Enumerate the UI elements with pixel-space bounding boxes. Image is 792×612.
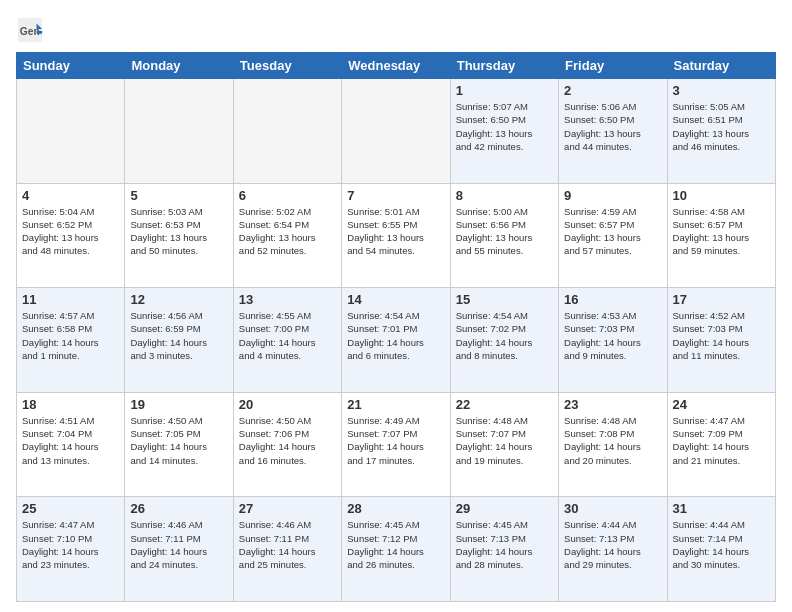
day-info: Sunrise: 4:54 AM Sunset: 7:02 PM Dayligh… bbox=[456, 309, 553, 362]
day-info: Sunrise: 4:59 AM Sunset: 6:57 PM Dayligh… bbox=[564, 205, 661, 258]
day-info: Sunrise: 4:47 AM Sunset: 7:09 PM Dayligh… bbox=[673, 414, 770, 467]
day-cell bbox=[342, 79, 450, 184]
day-cell: 4Sunrise: 5:04 AM Sunset: 6:52 PM Daylig… bbox=[17, 183, 125, 288]
day-number: 9 bbox=[564, 188, 661, 203]
day-cell: 1Sunrise: 5:07 AM Sunset: 6:50 PM Daylig… bbox=[450, 79, 558, 184]
day-cell: 20Sunrise: 4:50 AM Sunset: 7:06 PM Dayli… bbox=[233, 392, 341, 497]
day-info: Sunrise: 4:56 AM Sunset: 6:59 PM Dayligh… bbox=[130, 309, 227, 362]
weekday-tuesday: Tuesday bbox=[233, 53, 341, 79]
day-cell: 30Sunrise: 4:44 AM Sunset: 7:13 PM Dayli… bbox=[559, 497, 667, 602]
day-cell: 22Sunrise: 4:48 AM Sunset: 7:07 PM Dayli… bbox=[450, 392, 558, 497]
day-info: Sunrise: 5:05 AM Sunset: 6:51 PM Dayligh… bbox=[673, 100, 770, 153]
svg-rect-3 bbox=[37, 31, 43, 34]
week-row-2: 4Sunrise: 5:04 AM Sunset: 6:52 PM Daylig… bbox=[17, 183, 776, 288]
day-info: Sunrise: 4:46 AM Sunset: 7:11 PM Dayligh… bbox=[239, 518, 336, 571]
day-number: 19 bbox=[130, 397, 227, 412]
day-number: 31 bbox=[673, 501, 770, 516]
day-info: Sunrise: 5:03 AM Sunset: 6:53 PM Dayligh… bbox=[130, 205, 227, 258]
day-cell: 8Sunrise: 5:00 AM Sunset: 6:56 PM Daylig… bbox=[450, 183, 558, 288]
weekday-saturday: Saturday bbox=[667, 53, 775, 79]
header: Gen bbox=[16, 16, 776, 44]
day-number: 14 bbox=[347, 292, 444, 307]
day-number: 21 bbox=[347, 397, 444, 412]
day-info: Sunrise: 5:02 AM Sunset: 6:54 PM Dayligh… bbox=[239, 205, 336, 258]
day-number: 10 bbox=[673, 188, 770, 203]
day-cell: 7Sunrise: 5:01 AM Sunset: 6:55 PM Daylig… bbox=[342, 183, 450, 288]
week-row-5: 25Sunrise: 4:47 AM Sunset: 7:10 PM Dayli… bbox=[17, 497, 776, 602]
day-cell bbox=[233, 79, 341, 184]
day-number: 17 bbox=[673, 292, 770, 307]
day-info: Sunrise: 4:48 AM Sunset: 7:08 PM Dayligh… bbox=[564, 414, 661, 467]
day-cell: 24Sunrise: 4:47 AM Sunset: 7:09 PM Dayli… bbox=[667, 392, 775, 497]
day-info: Sunrise: 4:50 AM Sunset: 7:06 PM Dayligh… bbox=[239, 414, 336, 467]
day-cell: 15Sunrise: 4:54 AM Sunset: 7:02 PM Dayli… bbox=[450, 288, 558, 393]
day-info: Sunrise: 4:55 AM Sunset: 7:00 PM Dayligh… bbox=[239, 309, 336, 362]
day-info: Sunrise: 4:50 AM Sunset: 7:05 PM Dayligh… bbox=[130, 414, 227, 467]
day-number: 16 bbox=[564, 292, 661, 307]
day-number: 3 bbox=[673, 83, 770, 98]
day-cell: 14Sunrise: 4:54 AM Sunset: 7:01 PM Dayli… bbox=[342, 288, 450, 393]
day-info: Sunrise: 4:44 AM Sunset: 7:13 PM Dayligh… bbox=[564, 518, 661, 571]
day-number: 6 bbox=[239, 188, 336, 203]
page: Gen SundayMondayTuesdayWednesdayThursday… bbox=[0, 0, 792, 612]
day-number: 27 bbox=[239, 501, 336, 516]
day-number: 20 bbox=[239, 397, 336, 412]
day-cell: 2Sunrise: 5:06 AM Sunset: 6:50 PM Daylig… bbox=[559, 79, 667, 184]
day-info: Sunrise: 4:49 AM Sunset: 7:07 PM Dayligh… bbox=[347, 414, 444, 467]
day-info: Sunrise: 5:06 AM Sunset: 6:50 PM Dayligh… bbox=[564, 100, 661, 153]
day-cell: 19Sunrise: 4:50 AM Sunset: 7:05 PM Dayli… bbox=[125, 392, 233, 497]
day-number: 2 bbox=[564, 83, 661, 98]
day-cell: 10Sunrise: 4:58 AM Sunset: 6:57 PM Dayli… bbox=[667, 183, 775, 288]
day-info: Sunrise: 4:53 AM Sunset: 7:03 PM Dayligh… bbox=[564, 309, 661, 362]
weekday-friday: Friday bbox=[559, 53, 667, 79]
day-cell: 3Sunrise: 5:05 AM Sunset: 6:51 PM Daylig… bbox=[667, 79, 775, 184]
day-info: Sunrise: 4:57 AM Sunset: 6:58 PM Dayligh… bbox=[22, 309, 119, 362]
day-info: Sunrise: 4:44 AM Sunset: 7:14 PM Dayligh… bbox=[673, 518, 770, 571]
day-info: Sunrise: 4:45 AM Sunset: 7:12 PM Dayligh… bbox=[347, 518, 444, 571]
day-info: Sunrise: 4:52 AM Sunset: 7:03 PM Dayligh… bbox=[673, 309, 770, 362]
day-info: Sunrise: 4:48 AM Sunset: 7:07 PM Dayligh… bbox=[456, 414, 553, 467]
weekday-monday: Monday bbox=[125, 53, 233, 79]
day-cell: 5Sunrise: 5:03 AM Sunset: 6:53 PM Daylig… bbox=[125, 183, 233, 288]
day-cell: 25Sunrise: 4:47 AM Sunset: 7:10 PM Dayli… bbox=[17, 497, 125, 602]
day-info: Sunrise: 4:45 AM Sunset: 7:13 PM Dayligh… bbox=[456, 518, 553, 571]
weekday-thursday: Thursday bbox=[450, 53, 558, 79]
calendar: SundayMondayTuesdayWednesdayThursdayFrid… bbox=[16, 52, 776, 602]
day-cell: 11Sunrise: 4:57 AM Sunset: 6:58 PM Dayli… bbox=[17, 288, 125, 393]
day-number: 5 bbox=[130, 188, 227, 203]
day-info: Sunrise: 5:01 AM Sunset: 6:55 PM Dayligh… bbox=[347, 205, 444, 258]
week-row-1: 1Sunrise: 5:07 AM Sunset: 6:50 PM Daylig… bbox=[17, 79, 776, 184]
day-number: 1 bbox=[456, 83, 553, 98]
week-row-3: 11Sunrise: 4:57 AM Sunset: 6:58 PM Dayli… bbox=[17, 288, 776, 393]
day-cell: 18Sunrise: 4:51 AM Sunset: 7:04 PM Dayli… bbox=[17, 392, 125, 497]
day-number: 15 bbox=[456, 292, 553, 307]
day-cell: 9Sunrise: 4:59 AM Sunset: 6:57 PM Daylig… bbox=[559, 183, 667, 288]
day-number: 18 bbox=[22, 397, 119, 412]
logo: Gen bbox=[16, 16, 46, 44]
day-cell bbox=[17, 79, 125, 184]
weekday-header-row: SundayMondayTuesdayWednesdayThursdayFrid… bbox=[17, 53, 776, 79]
day-cell: 29Sunrise: 4:45 AM Sunset: 7:13 PM Dayli… bbox=[450, 497, 558, 602]
day-info: Sunrise: 4:46 AM Sunset: 7:11 PM Dayligh… bbox=[130, 518, 227, 571]
day-number: 13 bbox=[239, 292, 336, 307]
week-row-4: 18Sunrise: 4:51 AM Sunset: 7:04 PM Dayli… bbox=[17, 392, 776, 497]
day-cell: 13Sunrise: 4:55 AM Sunset: 7:00 PM Dayli… bbox=[233, 288, 341, 393]
weekday-wednesday: Wednesday bbox=[342, 53, 450, 79]
day-number: 26 bbox=[130, 501, 227, 516]
day-number: 25 bbox=[22, 501, 119, 516]
day-number: 8 bbox=[456, 188, 553, 203]
day-number: 24 bbox=[673, 397, 770, 412]
day-cell: 6Sunrise: 5:02 AM Sunset: 6:54 PM Daylig… bbox=[233, 183, 341, 288]
day-cell: 17Sunrise: 4:52 AM Sunset: 7:03 PM Dayli… bbox=[667, 288, 775, 393]
day-number: 23 bbox=[564, 397, 661, 412]
day-cell: 16Sunrise: 4:53 AM Sunset: 7:03 PM Dayli… bbox=[559, 288, 667, 393]
day-cell: 28Sunrise: 4:45 AM Sunset: 7:12 PM Dayli… bbox=[342, 497, 450, 602]
day-info: Sunrise: 4:47 AM Sunset: 7:10 PM Dayligh… bbox=[22, 518, 119, 571]
day-number: 7 bbox=[347, 188, 444, 203]
day-info: Sunrise: 4:54 AM Sunset: 7:01 PM Dayligh… bbox=[347, 309, 444, 362]
day-cell: 26Sunrise: 4:46 AM Sunset: 7:11 PM Dayli… bbox=[125, 497, 233, 602]
day-number: 30 bbox=[564, 501, 661, 516]
day-info: Sunrise: 5:07 AM Sunset: 6:50 PM Dayligh… bbox=[456, 100, 553, 153]
logo-icon: Gen bbox=[16, 16, 44, 44]
day-number: 28 bbox=[347, 501, 444, 516]
